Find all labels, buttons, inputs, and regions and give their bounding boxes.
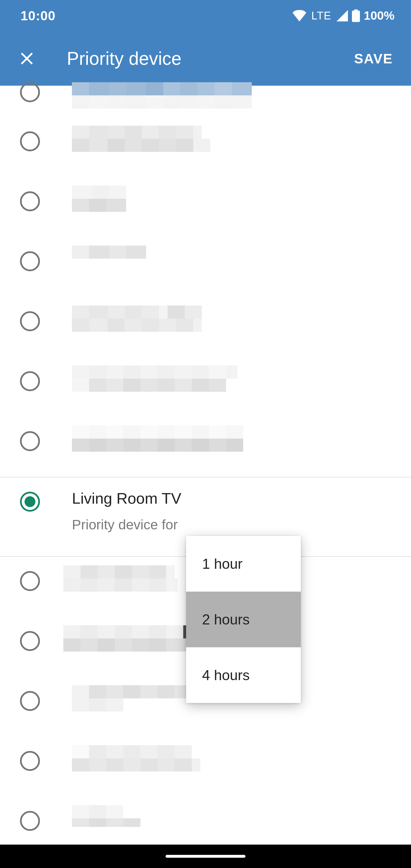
system-nav-bar	[0, 845, 411, 868]
status-time: 10:00	[21, 8, 56, 23]
radio-button[interactable]	[20, 811, 40, 831]
redacted-label	[72, 426, 400, 452]
radio-button[interactable]	[20, 691, 40, 711]
device-row[interactable]	[0, 237, 411, 297]
device-row[interactable]	[0, 357, 411, 417]
device-row[interactable]	[0, 417, 411, 477]
device-list: Living Room TV Priority device for	[0, 82, 411, 839]
radio-button[interactable]	[20, 131, 40, 151]
battery-icon	[352, 9, 360, 22]
device-row[interactable]	[0, 797, 411, 839]
signal-icon	[337, 10, 348, 22]
battery-percent: 100%	[364, 9, 394, 23]
redacted-label	[72, 805, 400, 827]
save-button[interactable]: SAVE	[351, 45, 396, 72]
radio-button[interactable]	[20, 492, 40, 512]
redacted-label	[72, 246, 400, 259]
radio-button[interactable]	[20, 82, 40, 102]
redacted-label	[72, 745, 400, 772]
app-bar: Priority device SAVE	[0, 31, 411, 86]
device-row[interactable]	[0, 117, 411, 177]
device-row[interactable]	[0, 177, 411, 237]
device-row[interactable]	[0, 297, 411, 357]
device-row[interactable]	[0, 82, 411, 117]
duration-option-1h[interactable]: 1 hour	[186, 536, 301, 592]
device-subtitle: Priority device for	[72, 517, 400, 532]
home-handle[interactable]	[165, 855, 246, 858]
status-bar: 10:00 LTE 100%	[0, 0, 411, 31]
wifi-icon	[292, 10, 306, 22]
radio-button[interactable]	[20, 631, 40, 651]
radio-button[interactable]	[20, 431, 40, 451]
svg-rect-0	[352, 10, 360, 22]
device-label: Living Room TV	[72, 489, 400, 507]
duration-option-2h[interactable]: 2 hours	[186, 592, 301, 647]
status-right: LTE 100%	[292, 9, 394, 23]
radio-button[interactable]	[20, 571, 40, 591]
radio-button[interactable]	[20, 191, 40, 211]
redacted-label	[72, 366, 400, 392]
redacted-label	[72, 306, 400, 332]
network-label: LTE	[311, 10, 331, 22]
radio-button[interactable]	[20, 371, 40, 391]
redacted-label	[72, 126, 400, 152]
close-icon	[19, 51, 35, 66]
close-button[interactable]	[15, 47, 38, 70]
radio-button[interactable]	[20, 251, 40, 271]
radio-button[interactable]	[20, 311, 40, 331]
duration-dropdown: 1 hour 2 hours 4 hours	[186, 536, 301, 703]
duration-option-4h[interactable]: 4 hours	[186, 647, 301, 703]
device-row[interactable]	[0, 737, 411, 797]
page-title: Priority device	[67, 48, 351, 69]
redacted-label	[72, 82, 400, 108]
redacted-label	[72, 186, 400, 212]
radio-button[interactable]	[20, 751, 40, 771]
svg-rect-1	[354, 9, 358, 11]
